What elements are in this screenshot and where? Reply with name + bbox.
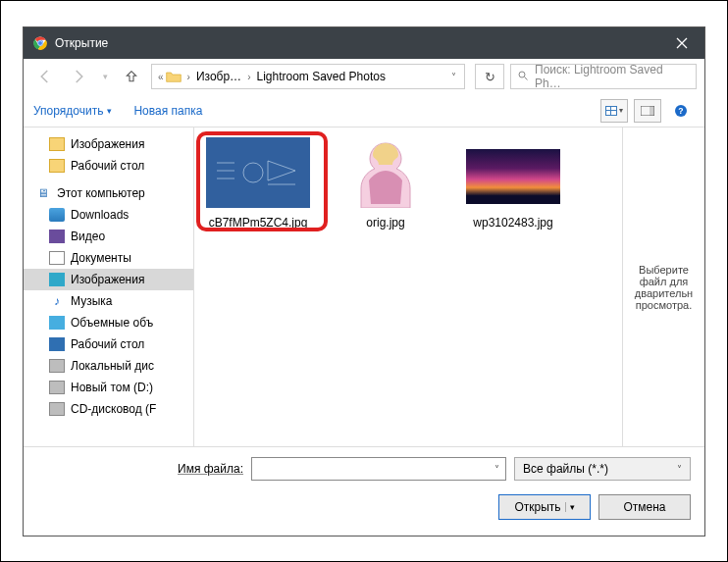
music-icon: ♪ [49, 294, 65, 308]
computer-icon: 🖥 [35, 186, 51, 200]
svg-text:?: ? [678, 106, 683, 116]
svg-rect-8 [611, 111, 616, 115]
chevron-down-icon: ▾ [619, 106, 623, 115]
folder-icon [49, 137, 65, 151]
folder-icon [49, 159, 65, 173]
file-item[interactable]: wp3102483.jpg [455, 137, 571, 230]
new-folder-button[interactable]: Новая папка [133, 104, 202, 118]
file-label: orig.jpg [366, 216, 404, 230]
nav-up-button[interactable] [118, 63, 145, 90]
chevron-right-icon: › [245, 72, 252, 82]
file-item[interactable]: cB7fMPm5ZC4.jpg [200, 137, 316, 230]
close-button[interactable] [659, 27, 704, 59]
sidebar-item-music[interactable]: ♪Музыка [24, 290, 193, 312]
disk-icon [49, 381, 65, 394]
search-input[interactable]: Поиск: Lightroom Saved Ph… [510, 64, 697, 89]
pane-icon [641, 106, 654, 116]
breadcrumb-item[interactable]: Изобр… [192, 70, 245, 83]
sidebar-item-desktop2[interactable]: Рабочий стол [24, 333, 193, 355]
file-thumbnail [206, 137, 310, 208]
chevron-down-icon: ˅ [677, 464, 682, 475]
chevron-left-icon: « [156, 72, 166, 82]
sidebar-item-images2[interactable]: Изображения [24, 269, 193, 290]
downloads-icon [49, 208, 65, 222]
chevron-down-icon[interactable]: ˅ [451, 72, 460, 82]
refresh-button[interactable]: ↻ [475, 64, 504, 89]
organize-button[interactable]: Упорядочить ▾ [33, 104, 112, 118]
svg-rect-5 [606, 107, 610, 110]
address-row: ▾ « › Изобр… › Lightroom Saved Photos ˅ … [24, 59, 704, 94]
sidebar-item-thispc[interactable]: 🖥Этот компьютер [24, 182, 193, 204]
cd-icon [49, 402, 65, 416]
sidebar: Изображения Рабочий стол 🖥Этот компьютер… [24, 128, 194, 446]
file-label: cB7fMPm5ZC4.jpg [209, 216, 308, 230]
svg-rect-10 [650, 106, 654, 116]
svg-point-3 [519, 72, 525, 77]
sidebar-item-objects[interactable]: Объемные объ [24, 312, 193, 333]
svg-rect-7 [606, 111, 610, 115]
sidebar-item-downloads[interactable]: Downloads [24, 204, 193, 226]
sidebar-item-cddrive[interactable]: CD-дисковод (F [24, 398, 193, 420]
sidebar-item-desktop[interactable]: Рабочий стол [24, 155, 193, 177]
view-mode-button[interactable]: ▾ [600, 99, 628, 123]
sidebar-item-localdisk[interactable]: Локальный дис [24, 355, 193, 377]
search-placeholder: Поиск: Lightroom Saved Ph… [535, 63, 690, 90]
help-icon: ? [673, 103, 689, 119]
open-button[interactable]: Открыть ▾ [498, 494, 591, 520]
svg-point-2 [38, 41, 43, 46]
window-title: Открытие [55, 36, 659, 50]
breadcrumb[interactable]: « › Изобр… › Lightroom Saved Photos ˅ [151, 64, 465, 89]
chrome-icon [33, 36, 47, 50]
chevron-down-icon: ▾ [107, 106, 112, 116]
file-thumbnail [461, 137, 565, 208]
chevron-down-icon[interactable]: ˅ [489, 464, 505, 475]
cancel-button[interactable]: Отмена [598, 494, 691, 520]
filename-label: Имя файла: [37, 462, 243, 476]
filename-input[interactable]: ˅ [251, 457, 506, 481]
chevron-down-icon[interactable]: ▾ [565, 502, 575, 512]
document-icon [49, 251, 65, 265]
objects-icon [49, 316, 65, 330]
file-item[interactable]: orig.jpg [328, 137, 443, 230]
nav-forward-button[interactable] [65, 63, 92, 90]
help-button[interactable]: ? [667, 99, 695, 123]
file-label: wp3102483.jpg [473, 216, 552, 230]
preview-pane: Выберите файл для дварительн просмотра. [622, 128, 704, 446]
disk-icon [49, 359, 65, 373]
breadcrumb-item[interactable]: Lightroom Saved Photos [252, 70, 389, 83]
svg-rect-13 [209, 143, 307, 202]
sidebar-item-newvol[interactable]: Новый том (D:) [24, 377, 193, 398]
file-list[interactable]: cB7fMPm5ZC4.jpg orig.jpg wp3102483.jpg [194, 128, 622, 446]
sidebar-item-documents[interactable]: Документы [24, 247, 193, 269]
nav-back-button[interactable] [31, 63, 59, 90]
search-icon [517, 70, 529, 84]
folder-icon [166, 70, 182, 83]
titlebar: Открытие [24, 27, 704, 59]
images-icon [49, 273, 65, 286]
toolbar: Упорядочить ▾ Новая папка ▾ ? [24, 94, 704, 128]
svg-point-14 [243, 163, 263, 182]
thumbnails-icon [605, 106, 617, 116]
svg-rect-6 [611, 107, 616, 110]
nav-recent-button[interactable]: ▾ [98, 63, 112, 90]
desktop-icon [49, 337, 65, 351]
filetype-filter[interactable]: Все файлы (*.*) ˅ [514, 457, 691, 481]
video-icon [49, 230, 65, 243]
file-thumbnail [334, 137, 438, 208]
preview-text: Выберите файл для дварительн просмотра. [627, 264, 701, 311]
chevron-right-icon: › [185, 72, 192, 82]
sidebar-item-video[interactable]: Видео [24, 226, 193, 247]
sidebar-item-images[interactable]: Изображения [24, 133, 193, 155]
bottom-controls: Имя файла: ˅ Все файлы (*.*) ˅ Открыть ▾… [24, 447, 704, 536]
preview-pane-button[interactable] [634, 99, 661, 123]
